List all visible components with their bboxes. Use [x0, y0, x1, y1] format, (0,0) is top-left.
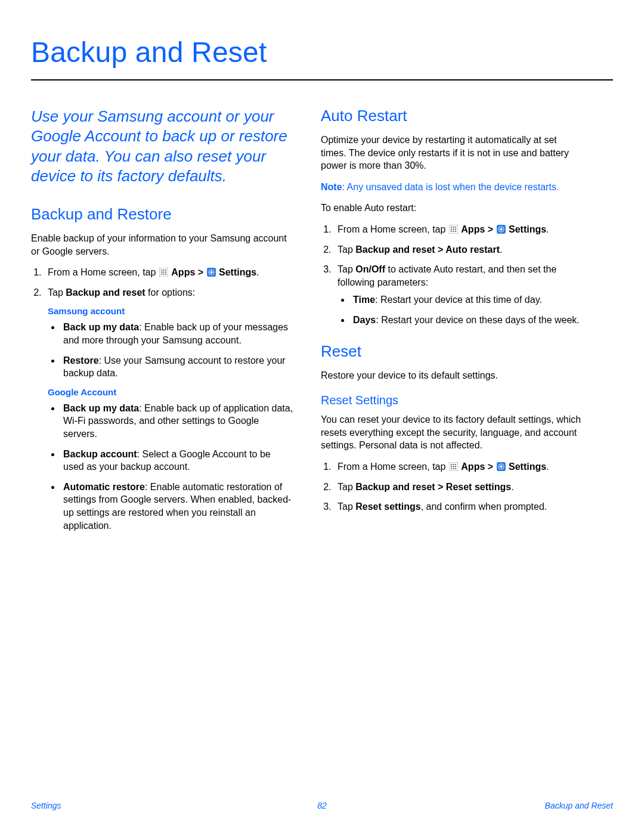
auto-restart-heading: Auto Restart: [321, 107, 583, 125]
backup-restore-heading: Backup and Restore: [31, 205, 293, 224]
step-text: Tap: [338, 264, 355, 274]
svg-point-44: [451, 466, 452, 467]
step-item: Tap On/Off to activate Auto restart, and…: [334, 263, 583, 326]
step-item: Tap Reset settings, and confirm when pro…: [334, 500, 583, 513]
apps-icon: [449, 225, 458, 234]
step-bold: Backup and reset: [66, 287, 145, 298]
apps-icon: [159, 268, 168, 277]
settings-icon: [497, 225, 506, 234]
settings-icon: [207, 268, 216, 277]
svg-line-19: [209, 274, 209, 274]
period: .: [546, 224, 549, 234]
step-text: , and confirm when prompted.: [421, 501, 547, 512]
period: .: [546, 462, 549, 472]
svg-point-49: [455, 468, 456, 469]
svg-point-24: [451, 228, 452, 230]
step-item: Tap Backup and reset > Reset settings.: [334, 481, 583, 494]
list-item: Restore: Use your Samsung account to res…: [61, 354, 293, 380]
svg-point-47: [451, 468, 452, 469]
settings-label: Settings: [509, 462, 546, 472]
svg-line-39: [499, 231, 499, 231]
gt: >: [195, 267, 206, 277]
item-bold: Back up my data: [63, 322, 139, 332]
auto-restart-params: Time: Restart your device at this time o…: [338, 293, 583, 326]
svg-point-51: [500, 465, 502, 467]
step-text: for options:: [145, 287, 196, 298]
svg-point-29: [455, 231, 456, 232]
item-bold: Time: [353, 295, 375, 305]
svg-line-37: [502, 231, 503, 231]
step-item: From a Home screen, tap Apps > Settings.: [334, 223, 583, 236]
item-bold: Days: [353, 315, 376, 325]
svg-point-3: [165, 270, 166, 271]
step-bold: Backup and reset > Reset settings: [355, 482, 511, 492]
apps-label: Apps: [461, 462, 485, 472]
svg-point-25: [453, 228, 454, 230]
list-item: Back up my data: Enable back up of appli…: [61, 402, 293, 441]
google-account-label: Google Account: [48, 387, 293, 397]
samsung-account-list: Back up my data: Enable back up of your …: [48, 321, 293, 379]
columns: Use your Samsung account or your Google …: [31, 107, 613, 539]
auto-restart-note: Note: Any unsaved data is lost when the …: [321, 181, 583, 194]
svg-point-46: [455, 466, 456, 467]
step-text: From a Home screen, tap: [338, 224, 448, 234]
step-bold: On/Off: [355, 264, 385, 274]
svg-line-38: [502, 227, 503, 228]
svg-line-36: [499, 227, 499, 228]
list-item: Backup account: Select a Google Account …: [61, 448, 293, 473]
svg-point-23: [455, 227, 456, 228]
settings-icon: [497, 462, 506, 471]
step-text: From a Home screen, tap: [338, 462, 448, 472]
item-text: : Restart your device on these days of t…: [376, 315, 580, 325]
svg-line-58: [502, 465, 503, 465]
svg-point-41: [451, 464, 452, 465]
svg-point-6: [165, 272, 166, 273]
step-text: Tap: [338, 501, 355, 512]
lede-text: Use your Samsung account or your Google …: [31, 107, 293, 186]
period: .: [256, 267, 259, 277]
svg-point-42: [453, 464, 454, 465]
step-text: Tap: [338, 244, 355, 255]
svg-point-45: [453, 466, 454, 467]
step-text: Tap: [48, 287, 66, 298]
svg-line-59: [499, 468, 499, 469]
step-item: From a Home screen, tap Apps > Settings.: [44, 266, 293, 279]
right-column: Auto Restart Optimize your device by res…: [321, 107, 583, 539]
auto-restart-intro: Optimize your device by restarting it au…: [321, 134, 583, 172]
svg-point-26: [455, 228, 456, 230]
item-bold: Backup account: [63, 449, 137, 459]
svg-point-7: [161, 274, 162, 275]
svg-point-1: [161, 270, 162, 271]
svg-line-57: [502, 468, 503, 469]
svg-line-18: [212, 270, 213, 271]
step-item: Tap Backup and reset > Auto restart.: [334, 243, 583, 256]
apps-label: Apps: [461, 224, 485, 234]
samsung-account-label: Samsung account: [48, 306, 293, 316]
period: .: [500, 244, 502, 255]
svg-point-21: [451, 227, 452, 228]
list-item: Time: Restart your device at this time o…: [351, 293, 583, 306]
svg-line-17: [212, 274, 213, 274]
svg-point-31: [500, 228, 502, 230]
backup-restore-steps: From a Home screen, tap Apps > Settings.…: [31, 266, 293, 299]
auto-restart-enable: To enable Auto restart:: [321, 202, 583, 215]
settings-label: Settings: [509, 224, 546, 234]
step-bold: Reset settings: [355, 501, 420, 512]
svg-line-56: [499, 465, 499, 465]
apps-icon: [449, 462, 458, 471]
svg-point-11: [210, 271, 212, 274]
list-item: Back up my data: Enable back up of your …: [61, 321, 293, 346]
settings-label: Settings: [219, 267, 256, 277]
step-text: Tap: [338, 482, 355, 492]
list-item: Automatic restore: Enable automatic rest…: [61, 481, 293, 532]
svg-point-43: [455, 464, 456, 465]
apps-label: Apps: [171, 267, 195, 277]
item-text: : Restart your device at this time of da…: [375, 295, 542, 305]
svg-point-22: [453, 227, 454, 228]
svg-point-27: [451, 231, 452, 232]
step-item: From a Home screen, tap Apps > Settings.: [334, 460, 583, 473]
reset-intro: Restore your device to its default setti…: [321, 369, 583, 382]
auto-restart-steps: From a Home screen, tap Apps > Settings.…: [321, 223, 583, 327]
reset-settings-intro: You can reset your device to its factory…: [321, 413, 583, 452]
title-rule: [31, 79, 613, 80]
